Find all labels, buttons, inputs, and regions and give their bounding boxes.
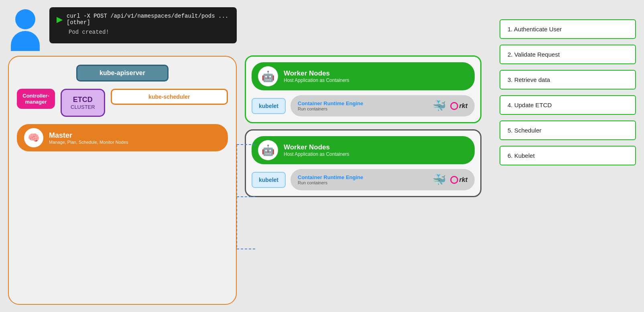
- master-title: Master: [49, 131, 128, 140]
- master-sub: Manage, Plan, Schedule, Monitor Nodes: [49, 140, 128, 145]
- docker-icon-2: 🐳: [432, 173, 446, 186]
- terminal-output: Pod created!: [57, 29, 230, 35]
- worker-cluster-1: 🤖 Worker Nodes Host Application as Conta…: [245, 55, 481, 123]
- docker-icon-1: 🐳: [432, 99, 446, 112]
- runtime-title-2: Container Runtime Engine: [298, 174, 428, 180]
- worker-nodes-bar-1: 🤖 Worker Nodes Host Application as Conta…: [252, 62, 475, 90]
- rkt-icon-1: rkt: [450, 102, 467, 110]
- user-icon: [8, 7, 42, 51]
- worker-robot-icon-1: 🤖: [258, 66, 278, 86]
- master-icon: 🧠: [24, 128, 43, 147]
- worker-nodes-title-2: Worker Nodes: [284, 143, 349, 151]
- worker-nodes-sub-1: Host Application as Containers: [284, 77, 349, 83]
- kube-apiserver-box: kube-apiserver: [76, 65, 169, 82]
- step-box-4: 4. Update ETCD: [500, 95, 636, 115]
- steps-sidebar: 1. Authenticate User 2. Validate Request…: [500, 7, 636, 305]
- worker-nodes-bar-2: 🤖 Worker Nodes Host Application as Conta…: [252, 136, 475, 164]
- runtime-title-1: Container Runtime Engine: [298, 100, 428, 106]
- step-box-6: 6. Kubelet: [500, 146, 636, 165]
- kube-scheduler-box: kube-scheduler: [111, 89, 228, 105]
- terminal-arrow-icon: ▶: [57, 14, 63, 24]
- worker-nodes-title-1: Worker Nodes: [284, 69, 349, 77]
- step-box-3: 3. Retrieve data: [500, 70, 636, 90]
- step-box-5: 5. Scheduler: [500, 120, 636, 140]
- master-badge: 🧠 Master Manage, Plan, Schedule, Monitor…: [17, 124, 228, 151]
- runtime-sub-2: Run containers: [298, 180, 428, 185]
- terminal-box: ▶ curl -X POST /api/v1/namespaces/defaul…: [49, 7, 237, 43]
- step-box-1: 1. Authenticate User: [500, 19, 636, 39]
- rkt-icon-2: rkt: [450, 176, 467, 184]
- kubelet-box-2: kubelet: [252, 172, 286, 188]
- runtime-sub-1: Run containers: [298, 106, 428, 111]
- worker-cluster-2: 🤖 Worker Nodes Host Application as Conta…: [245, 129, 481, 197]
- master-cluster-box: kube-apiserver Controller-manager ETCD C…: [8, 56, 237, 305]
- kubelet-box-1: kubelet: [252, 98, 286, 114]
- runtime-box-1: Container Runtime Engine Run containers …: [291, 95, 475, 116]
- controller-manager-box: Controller-manager: [17, 89, 55, 109]
- etcd-sub: CLUSTER: [71, 104, 95, 110]
- etcd-label: ETCD: [71, 96, 95, 104]
- etcd-box: ETCD CLUSTER: [61, 89, 105, 117]
- worker-nodes-sub-2: Host Application as Containers: [284, 151, 349, 157]
- runtime-box-2: Container Runtime Engine Run containers …: [291, 169, 475, 190]
- terminal-command: curl -X POST /api/v1/namespaces/default/…: [67, 13, 230, 26]
- step-box-2: 2. Validate Request: [500, 45, 636, 64]
- worker-robot-icon-2: 🤖: [258, 140, 278, 160]
